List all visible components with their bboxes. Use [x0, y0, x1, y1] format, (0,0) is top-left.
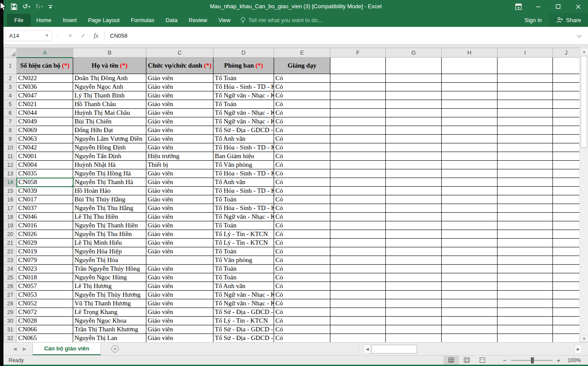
- empty-cell[interactable]: [330, 126, 386, 135]
- customize-qat-icon[interactable]: [46, 1, 55, 12]
- row-header-10[interactable]: 10: [4, 143, 17, 152]
- cell-A16[interactable]: CN017: [17, 195, 73, 204]
- cell-D27[interactable]: Tổ Ngữ văn - Nhạc - K: [213, 291, 274, 299]
- cell-C27[interactable]: Giáo viên: [146, 291, 213, 299]
- tell-me-box[interactable]: Tell me what you want to do...: [240, 17, 322, 23]
- cell-D30[interactable]: Tổ Lý - Tin - KTCN: [213, 317, 274, 325]
- empty-cell[interactable]: [442, 299, 498, 308]
- cell-E7[interactable]: Có: [274, 117, 330, 126]
- empty-cell[interactable]: [498, 74, 553, 83]
- empty-cell[interactable]: [330, 230, 386, 239]
- cell-A25[interactable]: CN018: [17, 273, 73, 282]
- new-sheet-icon[interactable]: +: [111, 345, 119, 353]
- empty-cell[interactable]: [442, 143, 498, 152]
- empty-cell[interactable]: [498, 317, 553, 325]
- previous-sheet-icon[interactable]: ◀: [13, 346, 16, 352]
- column-header-a[interactable]: A: [17, 48, 73, 58]
- empty-cell[interactable]: [553, 195, 580, 204]
- empty-cell[interactable]: [330, 152, 386, 161]
- empty-cell[interactable]: [553, 334, 580, 343]
- cell-A18[interactable]: CN046: [17, 213, 73, 221]
- ribbon-display-options-icon[interactable]: [508, 0, 528, 13]
- row-header-23[interactable]: 23: [4, 256, 17, 265]
- cell-D31[interactable]: Tổ Sử - Địa - GDCD -: [213, 325, 274, 334]
- row-header-28[interactable]: 28: [4, 299, 17, 308]
- cell-B22[interactable]: Nguyễn Hòa Hiệp: [73, 247, 146, 256]
- empty-cell[interactable]: [442, 169, 498, 178]
- cell-C19[interactable]: Giáo viên: [146, 221, 213, 230]
- row-header-20[interactable]: 20: [4, 230, 17, 239]
- cell-B12[interactable]: Huỳnh Nhật Hà: [73, 161, 146, 169]
- zoom-level[interactable]: 100%: [563, 357, 585, 363]
- cell-C9[interactable]: Giáo viên: [146, 135, 213, 143]
- empty-cell[interactable]: [330, 74, 386, 83]
- empty-cell[interactable]: [498, 169, 553, 178]
- column-header-e[interactable]: E: [274, 48, 330, 58]
- scroll-up-icon[interactable]: ▲: [580, 48, 588, 55]
- cell-B28[interactable]: Vũ Thị Thanh Hương: [73, 299, 146, 308]
- cell-E10[interactable]: Có: [274, 143, 330, 152]
- row-header-1[interactable]: 1: [4, 58, 17, 74]
- cell-D8[interactable]: Tổ Sử - Địa - GDCD -: [213, 126, 274, 135]
- empty-cell[interactable]: [498, 187, 553, 195]
- cell-B17[interactable]: Nguyễn Thị Thu Hằng: [73, 204, 146, 213]
- cell-D25[interactable]: Tổ Toán: [213, 273, 274, 282]
- cell-D16[interactable]: Tổ Toán: [213, 195, 274, 204]
- column-header-g[interactable]: G: [386, 48, 442, 58]
- empty-cell[interactable]: [330, 161, 386, 169]
- cell-C25[interactable]: Giáo viên: [146, 273, 213, 282]
- cell-B31[interactable]: Trần Thị Thanh Khương: [73, 325, 146, 334]
- cell-A3[interactable]: CN036: [17, 83, 73, 91]
- empty-cell[interactable]: [386, 58, 442, 74]
- scroll-down-icon[interactable]: ▼: [580, 335, 588, 342]
- column-header-c[interactable]: C: [146, 48, 213, 58]
- cell-C21[interactable]: Giáo viên: [146, 239, 213, 247]
- empty-cell[interactable]: [553, 308, 580, 317]
- empty-cell[interactable]: [386, 256, 442, 265]
- empty-cell[interactable]: [386, 161, 442, 169]
- minimize-button[interactable]: [528, 0, 548, 13]
- empty-cell[interactable]: [442, 74, 498, 83]
- empty-cell[interactable]: [442, 334, 498, 343]
- cell-A22[interactable]: CN019: [17, 247, 73, 256]
- empty-cell[interactable]: [330, 213, 386, 221]
- cell-D28[interactable]: Tổ Ngữ văn - Nhạc - K: [213, 299, 274, 308]
- empty-cell[interactable]: [553, 91, 580, 100]
- empty-cell[interactable]: [498, 230, 553, 239]
- row-header-24[interactable]: 24: [4, 265, 17, 273]
- empty-cell[interactable]: [330, 265, 386, 273]
- empty-cell[interactable]: [498, 221, 553, 230]
- empty-cell[interactable]: [386, 135, 442, 143]
- cell-D11[interactable]: Ban Giám hiệu: [213, 152, 274, 161]
- empty-cell[interactable]: [553, 83, 580, 91]
- expand-formula-bar-icon[interactable]: [575, 33, 585, 38]
- cell-E3[interactable]: Có: [274, 83, 330, 91]
- empty-cell[interactable]: [386, 195, 442, 204]
- cell-E30[interactable]: Có: [274, 317, 330, 325]
- empty-cell[interactable]: [442, 230, 498, 239]
- empty-cell[interactable]: [498, 282, 553, 291]
- cell-E6[interactable]: Có: [274, 109, 330, 117]
- cell-B13[interactable]: Nguyễn Thị Hồng Hà: [73, 169, 146, 178]
- ribbon-tab-review[interactable]: Review: [183, 14, 213, 26]
- horizontal-scrollbar[interactable]: ◀ ▶: [364, 345, 582, 353]
- redo-dropdown-icon[interactable]: ▾: [41, 5, 43, 9]
- fill-handle[interactable]: [71, 185, 73, 187]
- empty-cell[interactable]: [386, 265, 442, 273]
- cell-A10[interactable]: CN042: [17, 143, 73, 152]
- cell-E25[interactable]: Có: [274, 273, 330, 282]
- empty-cell[interactable]: [553, 299, 580, 308]
- cell-B7[interactable]: Bùi Thị Chiến: [73, 117, 146, 126]
- cell-A15[interactable]: CN039: [17, 187, 73, 195]
- row-header-22[interactable]: 22: [4, 247, 17, 256]
- cell-C18[interactable]: Giáo viên: [146, 213, 213, 221]
- cell-E21[interactable]: Có: [274, 239, 330, 247]
- cell-D20[interactable]: Tổ Lý - Tin - KTCN: [213, 230, 274, 239]
- cell-B24[interactable]: Trần Nguyễn Thúy Hồng: [73, 265, 146, 273]
- cell-B20[interactable]: Nguyễn Thị Thu Hiền: [73, 230, 146, 239]
- empty-cell[interactable]: [386, 143, 442, 152]
- next-sheet-icon[interactable]: ▶: [23, 346, 26, 352]
- cell-D6[interactable]: Tổ Ngữ văn - Nhạc - K: [213, 109, 274, 117]
- empty-cell[interactable]: [330, 91, 386, 100]
- cell-A4[interactable]: CN047: [17, 91, 73, 100]
